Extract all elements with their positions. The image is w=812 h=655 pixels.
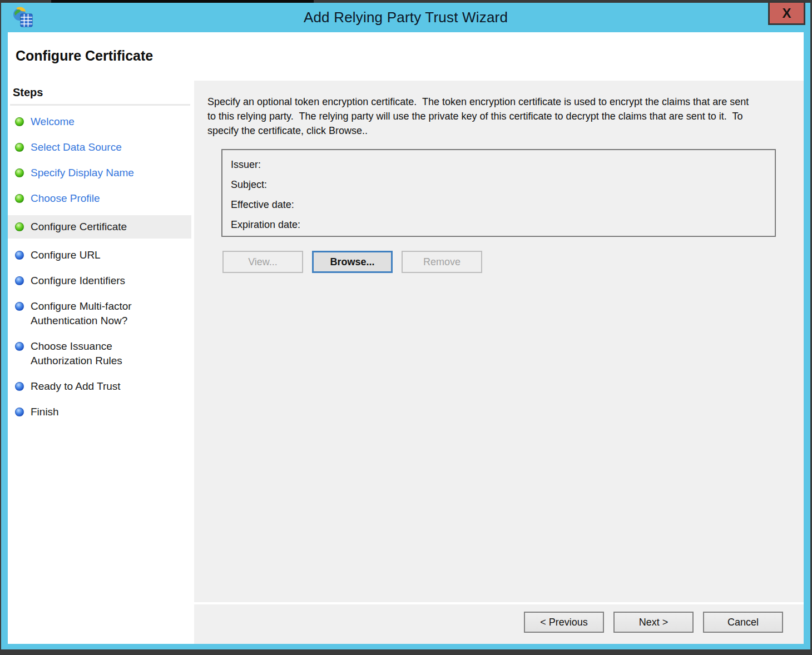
wizard-dialog: Add Relying Party Trust Wizard X Configu… [1, 3, 810, 649]
screen: Add Relying Party Trust Wizard X Configu… [0, 0, 812, 655]
steps-divider [10, 104, 190, 106]
step-select-data-source[interactable]: Select Data Source [8, 138, 191, 156]
next-button[interactable]: Next > [613, 612, 694, 633]
wizard-footer: < Previous Next > Cancel [194, 602, 804, 644]
step-choose-issuance-rules: Choose Issuance Authorization Rules [8, 338, 191, 370]
step-status-icon [15, 117, 24, 126]
step-label: Welcome [31, 115, 75, 129]
client-area: Configure Certificate Steps Welcome Sele… [8, 32, 804, 644]
step-status-icon [15, 222, 24, 231]
step-configure-identifiers: Configure Identifiers [8, 272, 191, 290]
step-label: Choose Profile [31, 191, 100, 206]
step-label: Configure Certificate [31, 220, 127, 234]
step-ready-to-add-trust: Ready to Add Trust [8, 378, 191, 395]
step-configure-mfa: Configure Multi-factor Authentication No… [8, 297, 191, 330]
step-status-icon [15, 143, 24, 152]
step-status-icon [15, 302, 24, 311]
page-description: Specify an optional token encryption cer… [207, 95, 755, 138]
steps-sidebar: Steps Welcome Select Data Source Specify… [8, 81, 191, 644]
title-bar: Add Relying Party Trust Wizard [1, 3, 810, 32]
step-specify-display-name[interactable]: Specify Display Name [8, 164, 191, 182]
step-status-icon [15, 276, 24, 285]
field-label: Effective date: [231, 195, 294, 215]
certificate-field-issuer: Issuer: [231, 155, 775, 175]
step-label: Choose Issuance Authorization Rules [31, 339, 172, 368]
step-label: Specify Display Name [31, 166, 134, 180]
step-label: Finish [31, 405, 59, 419]
step-status-icon [15, 342, 24, 351]
step-label: Configure Identifiers [31, 274, 125, 288]
steps-heading: Steps [13, 86, 43, 99]
step-status-icon [15, 408, 24, 416]
step-status-icon [15, 382, 24, 391]
step-status-icon [15, 251, 24, 260]
main-panel: Specify an optional token encryption cer… [194, 81, 804, 644]
browse-button[interactable]: Browse... [312, 251, 393, 273]
cancel-button[interactable]: Cancel [703, 612, 783, 633]
steps-list: Welcome Select Data Source Specify Displ… [8, 113, 191, 429]
field-label: Expiration date: [231, 215, 300, 235]
certificate-field-expiration-date: Expiration date: [231, 215, 775, 235]
remove-button: Remove [402, 251, 482, 273]
step-status-icon [15, 194, 24, 203]
previous-button[interactable]: < Previous [524, 612, 604, 633]
field-label: Issuer: [231, 155, 261, 175]
window-title: Add Relying Party Trust Wizard [1, 3, 810, 32]
step-label: Ready to Add Trust [31, 379, 121, 394]
view-button: View... [222, 251, 303, 273]
page-title: Configure Certificate [16, 48, 153, 64]
step-status-icon [15, 168, 24, 177]
certificate-field-subject: Subject: [231, 175, 775, 195]
step-label: Select Data Source [31, 140, 122, 155]
step-choose-profile[interactable]: Choose Profile [8, 190, 191, 207]
certificate-field-effective-date: Effective date: [231, 195, 775, 215]
close-button[interactable]: X [768, 1, 805, 25]
certificate-actions: View... Browse... Remove [222, 251, 482, 273]
step-configure-certificate: Configure Certificate [8, 215, 191, 239]
page-header: Configure Certificate [8, 32, 804, 81]
certificate-details-panel: Issuer: Subject: Effective date: Expirat… [221, 149, 776, 237]
step-label: Configure URL [31, 248, 101, 262]
field-label: Subject: [231, 175, 267, 195]
step-finish: Finish [8, 403, 191, 421]
step-label: Configure Multi-factor Authentication No… [31, 299, 172, 328]
step-configure-url: Configure URL [8, 246, 191, 264]
step-welcome[interactable]: Welcome [8, 113, 191, 131]
